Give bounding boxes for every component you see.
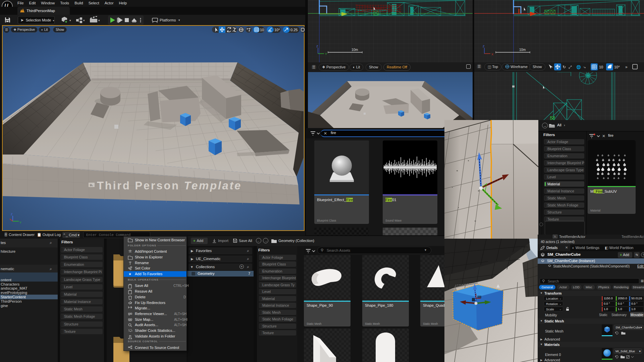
svg-text:0.25: 0.25 bbox=[290, 28, 298, 32]
svg-text:Z: Z bbox=[11, 213, 13, 216]
svg-text:▾: ▾ bbox=[98, 19, 100, 22]
svg-text:10: 10 bbox=[260, 28, 264, 32]
svg-text:10°: 10° bbox=[614, 65, 620, 69]
svg-text:10: 10 bbox=[599, 65, 603, 69]
svg-text:⤢: ⤢ bbox=[569, 65, 572, 69]
svg-text:Y: Y bbox=[19, 221, 21, 224]
svg-text:Platforms: Platforms bbox=[160, 18, 176, 22]
svg-text:Z: Z bbox=[483, 45, 485, 48]
svg-text:Third Person Template: Third Person Template bbox=[97, 179, 242, 192]
svg-text:Y: Y bbox=[325, 52, 327, 56]
svg-text:↻: ↻ bbox=[562, 65, 566, 69]
svg-text:1L: 1L bbox=[90, 183, 93, 187]
svg-text:🌐: 🌐 bbox=[576, 65, 581, 69]
svg-text:▾: ▾ bbox=[69, 19, 71, 22]
svg-text:X: X bbox=[491, 53, 493, 56]
svg-text:10m: 10m bbox=[352, 48, 358, 52]
svg-text:»: » bbox=[625, 65, 628, 69]
svg-text:⤷: ⤷ bbox=[584, 65, 586, 69]
svg-text:▾: ▾ bbox=[83, 19, 85, 22]
svg-text:▾: ▾ bbox=[178, 18, 180, 22]
svg-text:Z: Z bbox=[316, 45, 318, 48]
svg-text:10°: 10° bbox=[274, 28, 280, 32]
svg-text:10m: 10m bbox=[519, 48, 526, 52]
